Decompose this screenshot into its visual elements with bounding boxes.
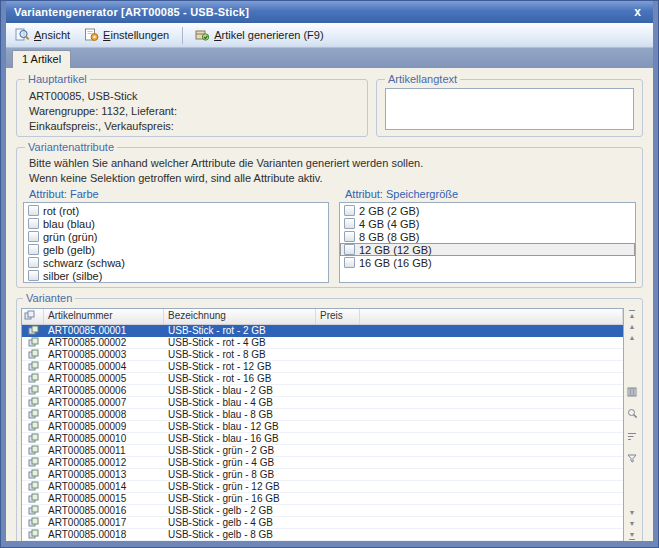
attribut-speichergroesse-listbox[interactable]: 2 GB (2 GB) 4 GB (4 GB) 8 GB (8 GB) 12 G… xyxy=(339,202,636,283)
variant-row-icon xyxy=(22,373,44,384)
table-row[interactable]: ART00085.00009 USB-Stick - blau - 12 GB xyxy=(22,421,623,433)
tab-1-artikel[interactable]: 1 Artikel xyxy=(12,50,71,68)
table-row[interactable]: ART00085.00017 USB-Stick - gelb - 4 GB xyxy=(22,517,623,529)
scroll-to-top-icon[interactable]: ▲ xyxy=(629,310,636,319)
cell-artikelnummer: ART00085.00013 xyxy=(44,469,164,480)
page-up-icon[interactable]: ▲ xyxy=(629,334,636,341)
attribute-option-label: silber (silbe) xyxy=(43,270,102,282)
table-row[interactable]: ART00085.00008 USB-Stick - blau - 8 GB xyxy=(22,409,623,421)
ansicht-button[interactable]: Ansicht xyxy=(10,24,77,47)
attribut-farbe-listbox[interactable]: rot (rot) blau (blau) grün (grün) gelb (… xyxy=(23,202,329,283)
cell-bezeichnung: USB-Stick - grün - 16 GB xyxy=(164,493,316,504)
hauptartikel-legend: Hauptartikel xyxy=(25,73,90,85)
cell-artikelnummer: ART00085.00010 xyxy=(44,433,164,444)
cell-bezeichnung: USB-Stick - grün - 12 GB xyxy=(164,481,316,492)
attribute-option[interactable]: schwarz (schwa) xyxy=(24,256,328,269)
table-row[interactable]: ART00085.00004 USB-Stick - rot - 12 GB xyxy=(22,361,623,373)
table-row[interactable]: ART00085.00001 USB-Stick - rot - 2 GB xyxy=(22,325,623,337)
scroll-to-bottom-icon[interactable]: ▼ xyxy=(629,531,636,540)
grid-nav-rail: ▲ ▲ ▲ ▼ ▼ ▼ xyxy=(624,308,640,541)
attribute-checkbox[interactable] xyxy=(344,257,355,268)
table-row[interactable]: ART00085.00012 USB-Stick - grün - 4 GB xyxy=(22,457,623,469)
attribute-checkbox[interactable] xyxy=(28,244,39,255)
column-header-artikelnummer[interactable]: Artikelnummer xyxy=(44,309,164,324)
attribute-option-label: gelb (gelb) xyxy=(43,244,95,256)
artikel-generieren-button[interactable]: Artikel generieren (F9) xyxy=(189,24,330,47)
cell-artikelnummer: ART00085.00017 xyxy=(44,517,164,528)
column-header-preis[interactable]: Preis xyxy=(316,309,360,324)
column-chooser-icon[interactable] xyxy=(627,383,637,401)
cell-artikelnummer: ART00085.00003 xyxy=(44,349,164,360)
variant-row-icon xyxy=(22,445,44,456)
table-row[interactable]: ART00085.00016 USB-Stick - gelb - 2 GB xyxy=(22,505,623,517)
hauptartikel-line-preise: Einkaufspreis:, Verkaufspreis: xyxy=(29,120,359,132)
table-row[interactable]: ART00085.00015 USB-Stick - grün - 16 GB xyxy=(22,493,623,505)
attribute-option-label: 8 GB (8 GB) xyxy=(359,231,420,243)
table-row[interactable]: ART00085.00005 USB-Stick - rot - 16 GB xyxy=(22,373,623,385)
attribut-speichergroesse-label: Attribut: Speichergröße xyxy=(345,188,636,200)
cell-artikelnummer: ART00085.00015 xyxy=(44,493,164,504)
cell-bezeichnung: USB-Stick - blau - 8 GB xyxy=(164,409,316,420)
table-row[interactable]: ART00085.00006 USB-Stick - blau - 2 GB xyxy=(22,385,623,397)
move-down-icon[interactable]: ▼ xyxy=(629,520,636,527)
attribute-option[interactable]: 4 GB (4 GB) xyxy=(340,217,635,230)
attribute-option[interactable]: silber (silbe) xyxy=(24,269,328,282)
cell-bezeichnung: USB-Stick - grün - 2 GB xyxy=(164,445,316,456)
attribute-option[interactable]: grün (grün) xyxy=(24,230,328,243)
varianten-table-body: ART00085.00001 USB-Stick - rot - 2 GB AR… xyxy=(22,325,623,541)
table-row[interactable]: ART00085.00010 USB-Stick - blau - 16 GB xyxy=(22,433,623,445)
table-row[interactable]: ART00085.00011 USB-Stick - grün - 2 GB xyxy=(22,445,623,457)
attribute-option[interactable]: rot (rot) xyxy=(24,204,328,217)
attribute-option-label: 12 GB (12 GB) xyxy=(359,244,432,256)
artikellangtext-input[interactable] xyxy=(385,88,634,130)
einstellungen-button[interactable]: Einstellungen xyxy=(79,24,176,47)
attribute-checkbox[interactable] xyxy=(28,218,39,229)
table-row[interactable]: ART00085.00007 USB-Stick - blau - 4 GB xyxy=(22,397,623,409)
cell-artikelnummer: ART00085.00016 xyxy=(44,505,164,516)
column-header-bezeichnung[interactable]: Bezeichnung xyxy=(164,309,316,324)
cell-bezeichnung: USB-Stick - rot - 2 GB xyxy=(164,325,316,336)
attribute-option[interactable]: 2 GB (2 GB) xyxy=(340,204,635,217)
attribute-checkbox[interactable] xyxy=(344,231,355,242)
attribute-checkbox[interactable] xyxy=(28,205,39,216)
cell-bezeichnung: USB-Stick - rot - 12 GB xyxy=(164,361,316,372)
cell-artikelnummer: ART00085.00005 xyxy=(44,373,164,384)
attribute-option[interactable]: 16 GB (16 GB) xyxy=(340,256,635,269)
attribute-option-label: schwarz (schwa) xyxy=(43,257,125,269)
table-row[interactable]: ART00085.00018 USB-Stick - gelb - 8 GB xyxy=(22,529,623,541)
table-row[interactable]: ART00085.00013 USB-Stick - grün - 8 GB xyxy=(22,469,623,481)
cell-bezeichnung: USB-Stick - gelb - 2 GB xyxy=(164,505,316,516)
attribute-checkbox[interactable] xyxy=(344,205,355,216)
close-button[interactable]: x xyxy=(630,5,645,19)
table-row[interactable]: ART00085.00002 USB-Stick - rot - 4 GB xyxy=(22,337,623,349)
search-icon[interactable] xyxy=(627,405,638,423)
variant-column-icon[interactable] xyxy=(22,309,44,324)
attribute-hint-2: Wenn keine Selektion getroffen wird, sin… xyxy=(29,172,634,184)
move-up-icon[interactable]: ▲ xyxy=(629,323,636,330)
variantengenerator-window: Variantengenerator [ART00085 - USB-Stick… xyxy=(0,0,659,548)
attribute-option[interactable]: 8 GB (8 GB) xyxy=(340,230,635,243)
sort-icon[interactable] xyxy=(627,427,637,445)
attribute-checkbox[interactable] xyxy=(344,218,355,229)
filter-icon[interactable] xyxy=(627,449,637,467)
variant-row-icon xyxy=(22,433,44,444)
attribute-option[interactable]: blau (blau) xyxy=(24,217,328,230)
titlebar: Variantengenerator [ART00085 - USB-Stick… xyxy=(6,1,653,23)
page-down-icon[interactable]: ▼ xyxy=(629,509,636,516)
table-row[interactable]: ART00085.00014 USB-Stick - grün - 12 GB xyxy=(22,481,623,493)
cell-bezeichnung: USB-Stick - blau - 4 GB xyxy=(164,397,316,408)
table-row[interactable]: ART00085.00003 USB-Stick - rot - 8 GB xyxy=(22,349,623,361)
attribute-option[interactable]: 12 GB (12 GB) xyxy=(340,243,635,256)
varianten-table[interactable]: Artikelnummer Bezeichnung Preis ART00085… xyxy=(21,308,624,541)
attribute-checkbox[interactable] xyxy=(344,244,355,255)
attribute-checkbox[interactable] xyxy=(28,270,39,281)
cell-bezeichnung: USB-Stick - blau - 12 GB xyxy=(164,421,316,432)
variant-row-icon xyxy=(22,385,44,396)
attribute-option[interactable]: gelb (gelb) xyxy=(24,243,328,256)
variant-row-icon xyxy=(22,397,44,408)
variant-row-icon xyxy=(22,517,44,528)
attribute-checkbox[interactable] xyxy=(28,257,39,268)
attribute-checkbox[interactable] xyxy=(28,231,39,242)
cell-bezeichnung: USB-Stick - rot - 16 GB xyxy=(164,373,316,384)
einstellungen-label: Einstellungen xyxy=(103,29,169,41)
